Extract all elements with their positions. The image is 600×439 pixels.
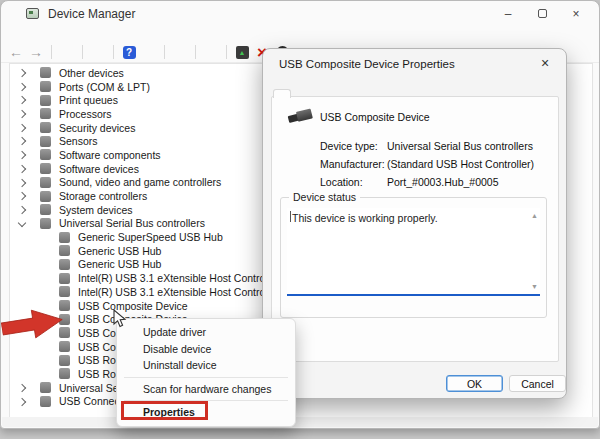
context-menu-uninstall-device[interactable]: Uninstall device xyxy=(117,357,295,374)
chevron-icon[interactable] xyxy=(16,66,28,80)
update-driver-icon[interactable] xyxy=(233,44,251,61)
device-icon xyxy=(40,191,51,202)
field-row: Device type: Universal Serial Bus contro… xyxy=(272,137,558,155)
device-fields: Device type: Universal Serial Bus contro… xyxy=(272,137,558,191)
window-title: Device Manager xyxy=(48,7,135,21)
device-manager-icon xyxy=(26,8,39,19)
annotation-highlight-box xyxy=(121,401,208,420)
context-menu-disable-device[interactable]: Disable device xyxy=(117,341,295,358)
tree-item-label: System devices xyxy=(59,204,133,216)
context-menu-update-driver[interactable]: Update driver xyxy=(117,324,295,341)
device-status-textbox[interactable]: This device is working properly. ▲ ▼ xyxy=(287,208,540,296)
device-icon xyxy=(59,286,70,297)
window-controls: – × xyxy=(491,1,593,26)
tab-driver[interactable] xyxy=(291,89,309,97)
close-icon[interactable]: × xyxy=(559,1,593,26)
device-icon xyxy=(40,163,51,174)
chevron-icon[interactable] xyxy=(16,381,28,395)
field-row: Location: Port_#0003.Hub_#0005 xyxy=(272,173,558,191)
field-value: Port_#0003.Hub_#0005 xyxy=(387,176,499,188)
chevron-icon[interactable] xyxy=(16,93,28,107)
dialog-tabs xyxy=(273,78,345,97)
chevron-icon[interactable] xyxy=(16,134,28,148)
tree-item-label: Generic USB Hub xyxy=(78,258,161,270)
device-name: USB Composite Device xyxy=(320,111,430,123)
device-icon xyxy=(59,245,70,256)
remote-computer-icon[interactable] xyxy=(202,44,220,61)
context-menu-separator xyxy=(117,374,295,381)
window-footer xyxy=(2,417,598,427)
field-label: Device type: xyxy=(320,140,387,152)
chevron-icon[interactable] xyxy=(16,367,28,381)
maximize-icon[interactable] xyxy=(525,1,559,26)
back-icon[interactable] xyxy=(7,44,25,61)
chevron-icon[interactable] xyxy=(16,203,28,217)
field-row: Manufacturer: (Standard USB Host Control… xyxy=(272,155,558,173)
device-status-legend: Device status xyxy=(289,191,360,203)
dialog-close-icon[interactable]: × xyxy=(534,53,556,73)
desktop-background: Device Manager – × Other devices P xyxy=(0,0,600,439)
field-value: Universal Serial Bus controllers xyxy=(387,140,533,152)
tree-item-label: Processors xyxy=(59,108,112,120)
title-bar: Device Manager – × xyxy=(1,1,599,26)
chevron-icon[interactable] xyxy=(16,230,28,244)
device-icon xyxy=(40,396,51,407)
tree-item-label: Sensors xyxy=(59,135,98,147)
tree-item-label: Software devices xyxy=(59,163,139,175)
device-icon xyxy=(40,177,51,188)
usb-device-icon xyxy=(287,106,316,126)
context-menu-scan-hardware-changes[interactable]: Scan for hardware changes xyxy=(117,381,295,398)
chevron-icon[interactable] xyxy=(16,162,28,176)
chevron-icon[interactable] xyxy=(16,353,28,367)
chevron-icon[interactable] xyxy=(16,285,28,299)
general-tab-panel: USB Composite Device Device type: Univer… xyxy=(271,96,559,362)
chevron-icon[interactable] xyxy=(16,80,28,94)
scroll-down-icon[interactable]: ▼ xyxy=(531,283,538,290)
toolbar-separator xyxy=(113,45,114,59)
chevron-icon[interactable] xyxy=(16,148,28,162)
device-icon xyxy=(40,382,51,393)
scan-hardware-changes-icon[interactable] xyxy=(171,44,189,61)
toolbar-separator xyxy=(82,45,83,59)
properties-icon[interactable] xyxy=(89,44,107,61)
chevron-icon[interactable] xyxy=(16,176,28,190)
chevron-icon[interactable] xyxy=(16,244,28,258)
device-icon xyxy=(40,218,51,229)
tab-details[interactable] xyxy=(309,89,327,97)
tab-general[interactable] xyxy=(273,89,291,98)
minimize-icon[interactable]: – xyxy=(491,1,525,26)
tree-item-label: Universal Serial Bus controllers xyxy=(59,217,205,229)
device-status-group: Device status This device is working pro… xyxy=(280,197,547,318)
chevron-icon[interactable] xyxy=(16,121,28,135)
chevron-icon[interactable] xyxy=(16,217,28,231)
device-icon xyxy=(40,136,51,147)
show-console-tree-icon[interactable] xyxy=(58,44,76,61)
chevron-icon[interactable] xyxy=(16,107,28,121)
tree-item-label: Software components xyxy=(59,149,161,161)
tab-events[interactable] xyxy=(327,89,345,97)
toolbar-separator xyxy=(226,45,227,59)
tree-item-label: Other devices xyxy=(59,67,124,79)
device-icon xyxy=(40,95,51,106)
chevron-icon[interactable] xyxy=(16,395,28,409)
menu-bar xyxy=(1,26,599,42)
help-icon[interactable] xyxy=(120,44,138,61)
tree-item-label: Storage controllers xyxy=(59,190,147,202)
scroll-up-icon[interactable]: ▲ xyxy=(531,212,538,219)
chevron-icon[interactable] xyxy=(16,258,28,272)
device-icon xyxy=(59,368,70,379)
device-icon xyxy=(40,149,51,160)
mouse-cursor xyxy=(113,309,127,329)
tree-item-label: Security devices xyxy=(59,122,135,134)
ok-button[interactable]: OK xyxy=(446,375,503,392)
device-icon xyxy=(40,81,51,92)
context-menu-item-label: Disable device xyxy=(143,343,211,355)
chevron-icon[interactable] xyxy=(16,271,28,285)
cancel-button[interactable]: Cancel xyxy=(509,375,566,392)
toolbar-separator xyxy=(195,45,196,59)
context-menu-item-label: Update driver xyxy=(143,326,206,338)
export-list-icon[interactable] xyxy=(140,44,158,61)
chevron-icon[interactable] xyxy=(16,189,28,203)
context-menu-item-label: Uninstall device xyxy=(143,359,217,371)
forward-icon[interactable] xyxy=(27,44,45,61)
